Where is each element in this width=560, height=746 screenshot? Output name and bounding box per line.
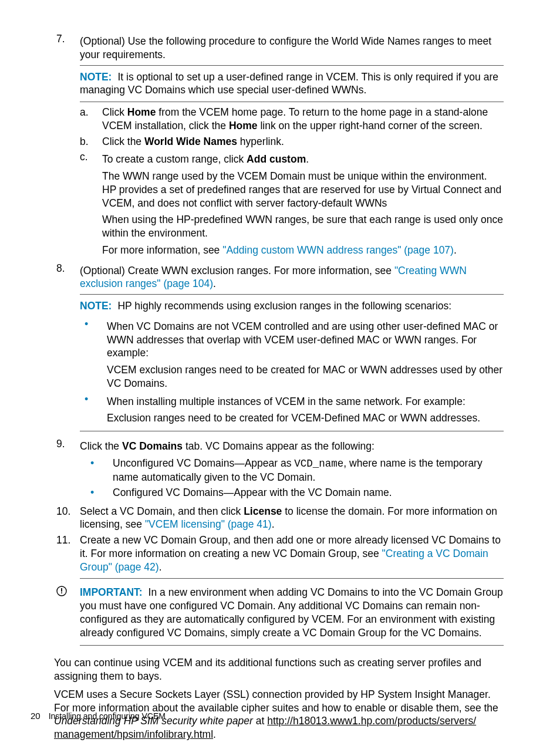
sub-letter: c. [80, 150, 102, 256]
document-page: 7. (Optional) Use the following procedur… [0, 0, 560, 746]
rule [80, 578, 504, 579]
main-list: 7. (Optional) Use the following procedur… [54, 32, 504, 582]
svg-rect-2 [61, 593, 62, 594]
list-item-8: 8. (Optional) Create WWN exclusion range… [54, 262, 504, 436]
page-footer: 20Installing and configuring VCEM [31, 710, 166, 722]
b: World Wide Names [144, 136, 237, 147]
paragraph: When installing multiple instances of VC… [107, 395, 504, 409]
important-label: IMPORTANT: [80, 586, 143, 598]
svg-rect-1 [61, 588, 62, 592]
list-item-11: 11. Create a new VC Domain Group, and th… [54, 534, 504, 582]
bullet-icon [80, 318, 107, 390]
item-number: 8. [54, 262, 80, 436]
link-url-2[interactable]: management/hpsim/infolibrary.html [54, 728, 213, 740]
sub-body: Click Home from the VCEM home page. To r… [102, 106, 504, 133]
list-item-7: 7. (Optional) Use the following procedur… [54, 32, 504, 259]
t: (Optional) Create WWN exclusion ranges. … [80, 265, 394, 276]
t: hyperlink. [237, 136, 284, 147]
t: . [306, 153, 309, 165]
code: VCD_name [294, 458, 343, 470]
b: License [244, 505, 282, 517]
b: Home [127, 106, 156, 118]
sub-letter: a. [80, 106, 102, 133]
t: Click the [102, 136, 144, 147]
item-body: Select a VC Domain, and then click Licen… [80, 505, 504, 532]
item-number: 7. [54, 32, 80, 259]
link-wwn-ranges[interactable]: "Adding custom WWN address ranges" (page… [222, 244, 454, 256]
important-icon [54, 586, 80, 649]
important-text: In a new environment when adding VC Doma… [80, 586, 503, 638]
note-text: HP highly recommends using exclusion ran… [117, 300, 451, 312]
item-body: Click the VC Domains tab. VC Domains app… [80, 437, 504, 502]
bullet-list: Unconfigured VC Domains—Appear as VCD_na… [86, 457, 504, 500]
item-body: (Optional) Create WWN exclusion ranges. … [80, 262, 504, 436]
item-8-text: (Optional) Create WWN exclusion ranges. … [80, 264, 504, 291]
bullet-item: When installing multiple instances of VC… [80, 393, 504, 426]
item-body: (Optional) Use the following procedure t… [80, 32, 504, 259]
bullet-item: Configured VC Domains—Appear with the VC… [86, 486, 504, 499]
alpha-list: a. Click Home from the VCEM home page. T… [80, 106, 504, 257]
note-block: NOTE:It is optional to set up a user-def… [80, 70, 504, 97]
t: tab. VC Domains appear as the following: [183, 440, 375, 452]
important-body: IMPORTANT:In a new environment when addi… [80, 586, 504, 649]
rule [80, 65, 504, 66]
item-9-text: Click the VC Domains tab. VC Domains app… [80, 440, 504, 453]
important-block: IMPORTANT:In a new environment when addi… [54, 586, 504, 649]
bullet-list: When VC Domains are not VCEM controlled … [80, 318, 504, 425]
bullet-body: When VC Domains are not VCEM controlled … [107, 318, 504, 390]
t: . [159, 561, 162, 573]
t: link on the upper right-hand corner of t… [258, 120, 483, 131]
sub-item-a: a. Click Home from the VCEM home page. T… [80, 106, 504, 133]
t: . [454, 244, 457, 256]
t: . [272, 518, 275, 530]
t: To create a custom range, click [102, 153, 247, 165]
bullet-item: When VC Domains are not VCEM controlled … [80, 318, 504, 390]
note-label: NOTE: [80, 300, 112, 312]
b: Home [229, 120, 258, 131]
rule [80, 294, 504, 295]
paragraph: Exclusion ranges need to be created for … [107, 411, 504, 425]
bullet-item: Unconfigured VC Domains—Appear as VCD_na… [86, 457, 504, 484]
t: . [213, 278, 216, 289]
b: VC Domains [122, 440, 183, 452]
link-url-1[interactable]: http://h18013.www1.hp.com/products/serve… [267, 715, 476, 727]
bullet-icon [86, 486, 113, 499]
note-block: NOTE:HP highly recommends using exclusio… [80, 299, 504, 313]
closing-p1: You can continue using VCEM and its addi… [54, 656, 504, 683]
bullet-icon [86, 457, 113, 484]
sub-item-c: c. To create a custom range, click Add c… [80, 150, 504, 256]
page-number: 20 [31, 711, 41, 721]
note-text: It is optional to set up a user-defined … [80, 71, 498, 96]
t: at [253, 715, 267, 727]
sub-body: Click the World Wide Names hyperlink. [102, 135, 504, 148]
t: Click the [80, 440, 122, 452]
item-7-text: (Optional) Use the following procedure t… [80, 35, 504, 62]
paragraph: The WWN range used by the VCEM Domain mu… [102, 170, 504, 210]
bullet-body: Configured VC Domains—Appear with the VC… [113, 486, 504, 499]
paragraph: VCEM exclusion ranges need to be created… [107, 363, 504, 390]
rule [80, 431, 504, 431]
bullet-body: Unconfigured VC Domains—Appear as VCD_na… [113, 457, 504, 484]
rule [80, 645, 504, 646]
note-label: NOTE: [80, 71, 112, 83]
paragraph: When VC Domains are not VCEM controlled … [107, 320, 504, 360]
list-item-9: 9. Click the VC Domains tab. VC Domains … [54, 437, 504, 502]
sub-body: To create a custom range, click Add cust… [102, 150, 504, 256]
item-body: Create a new VC Domain Group, and then a… [80, 534, 504, 582]
paragraph: For more information, see "Adding custom… [102, 244, 504, 257]
link-licensing[interactable]: "VCEM licensing" (page 41) [145, 518, 272, 530]
bullet-body: When installing multiple instances of VC… [107, 393, 504, 426]
rule [80, 102, 504, 102]
item-number: 11. [54, 534, 80, 582]
b: Add custom [247, 153, 306, 165]
t: Click [102, 106, 127, 118]
sub-letter: b. [80, 135, 102, 148]
sub-item-b: b. Click the World Wide Names hyperlink. [80, 135, 504, 148]
t: Select a VC Domain, and then click [80, 505, 244, 517]
paragraph: When using the HP-predefined WWN ranges,… [102, 213, 504, 240]
item-number: 9. [54, 437, 80, 502]
item-number: 10. [54, 505, 80, 532]
list-item-10: 10. Select a VC Domain, and then click L… [54, 505, 504, 532]
bullet-icon [80, 393, 107, 426]
t: . [213, 728, 216, 740]
